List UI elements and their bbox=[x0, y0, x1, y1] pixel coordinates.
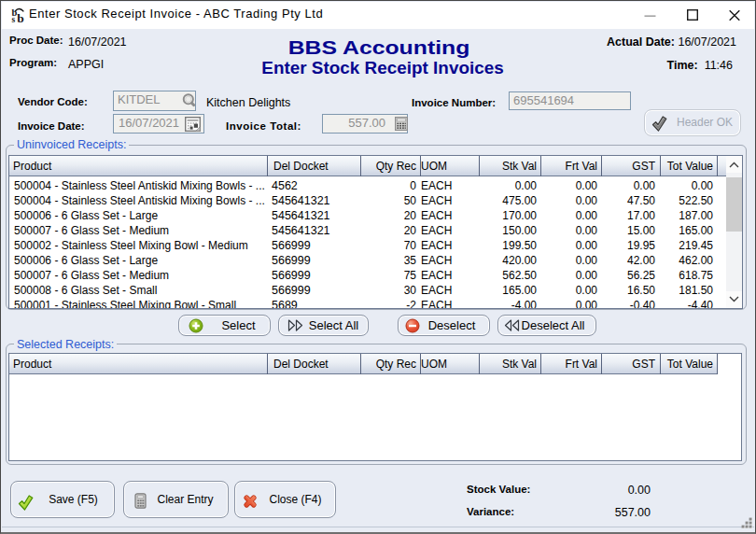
svg-text:b: b bbox=[17, 11, 24, 23]
svg-text:s: s bbox=[12, 15, 16, 23]
